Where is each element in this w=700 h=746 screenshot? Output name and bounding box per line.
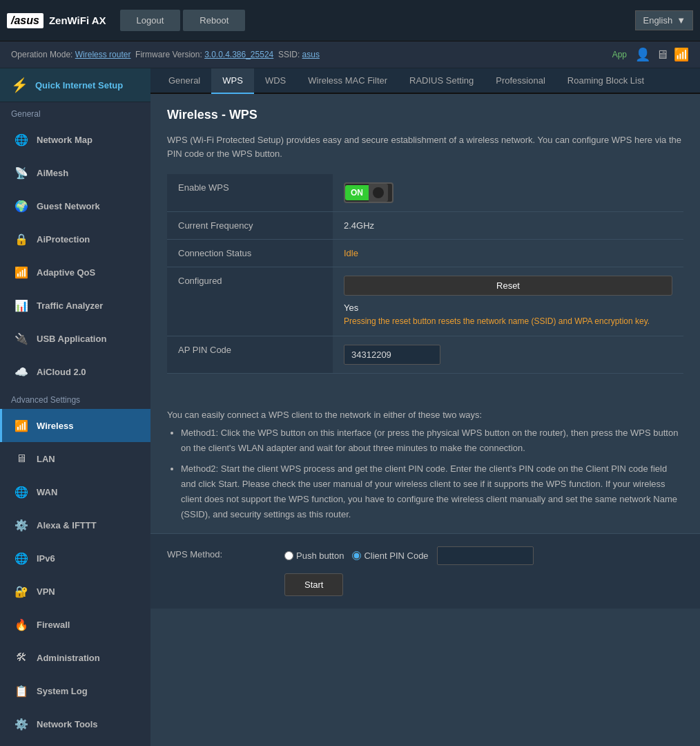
client-pin-label: Client PIN Code bbox=[364, 551, 428, 561]
sidebar-item-network-map[interactable]: 🌐 Network Map bbox=[0, 123, 150, 156]
operation-mode-value[interactable]: Wireless router bbox=[75, 50, 131, 59]
network-tools-icon: ⚙️ bbox=[13, 716, 30, 732]
reboot-button[interactable]: Reboot bbox=[183, 10, 245, 31]
sidebar-item-label: AiMesh bbox=[37, 168, 68, 178]
connection-status-label: Connection Status bbox=[167, 240, 333, 267]
operation-mode-label: Operation Mode: bbox=[11, 50, 72, 59]
sidebar-item-wan[interactable]: 🌐 WAN bbox=[0, 475, 150, 508]
tab-general[interactable]: General bbox=[157, 68, 211, 94]
method1-item: Method1: Click the WPS button on this in… bbox=[181, 425, 683, 456]
statusbar: Operation Mode: Wireless router Firmware… bbox=[0, 41, 700, 68]
sidebar-item-label: Wireless bbox=[37, 421, 73, 431]
sidebar-item-traffic-analyzer[interactable]: 📊 Traffic Analyzer bbox=[0, 289, 150, 322]
sidebar-item-aicloud[interactable]: ☁️ AiCloud 2.0 bbox=[0, 355, 150, 388]
sidebar-item-lan[interactable]: 🖥 LAN bbox=[0, 442, 150, 475]
product-name: ZenWiFi AX bbox=[49, 15, 106, 26]
wps-method-label: WPS Method: bbox=[167, 546, 271, 560]
sidebar-item-label: Alexa & IFTTT bbox=[37, 520, 97, 530]
reset-note: Pressing the reset button resets the net… bbox=[344, 316, 672, 327]
traffic-analyzer-icon: 📊 bbox=[13, 297, 30, 314]
reset-button[interactable]: Reset bbox=[344, 276, 672, 296]
adaptive-qos-icon: 📶 bbox=[13, 264, 30, 280]
settings-table: Enable WPS ON Current Fre bbox=[167, 174, 683, 374]
tab-roaming-block-list[interactable]: Roaming Block List bbox=[556, 68, 655, 94]
sidebar-item-vpn[interactable]: 🔐 VPN bbox=[0, 575, 150, 608]
sidebar-item-label: AiCloud 2.0 bbox=[37, 367, 86, 377]
methods-section: You can easily connect a WPS client to t… bbox=[150, 399, 700, 534]
sidebar-item-ipv6[interactable]: 🌐 IPv6 bbox=[0, 542, 150, 575]
logout-button[interactable]: Logout bbox=[120, 10, 181, 31]
administration-icon: 🛠 bbox=[13, 649, 30, 666]
configured-yes: Yes bbox=[344, 303, 672, 313]
configured-value: Reset Yes Pressing the reset button rese… bbox=[333, 267, 683, 336]
toggle-on-label: ON bbox=[345, 185, 369, 200]
monitor-icon[interactable]: 🖥 bbox=[656, 48, 668, 62]
tab-wireless-mac-filter[interactable]: Wireless MAC Filter bbox=[297, 68, 398, 94]
sidebar: ⚡ Quick Internet Setup General 🌐 Network… bbox=[0, 68, 150, 746]
lan-icon: 🖥 bbox=[13, 450, 30, 467]
general-section-label: General bbox=[0, 102, 150, 123]
sidebar-item-label: Administration bbox=[37, 653, 100, 663]
enable-wps-value: ON bbox=[333, 174, 683, 212]
method2-item: Method2: Start the client WPS process an… bbox=[181, 461, 683, 522]
app-link[interactable]: App bbox=[612, 50, 627, 59]
sidebar-item-label: Network Tools bbox=[37, 719, 98, 729]
client-pin-radio[interactable] bbox=[352, 551, 361, 560]
methods-intro: You can easily connect a WPS client to t… bbox=[167, 410, 683, 420]
sidebar-item-aiprotection[interactable]: 🔒 AiProtection bbox=[0, 222, 150, 256]
current-frequency-value: 2.4GHz bbox=[333, 212, 683, 240]
radio-row: Push button Client PIN Code bbox=[284, 546, 534, 565]
sidebar-item-alexa[interactable]: ⚙️ Alexa & IFTTT bbox=[0, 508, 150, 542]
advanced-section-label: Advanced Settings bbox=[0, 388, 150, 409]
alexa-icon: ⚙️ bbox=[13, 517, 30, 533]
toggle-switch[interactable]: ON bbox=[344, 182, 393, 203]
methods-list: Method1: Click the WPS button on this in… bbox=[181, 425, 683, 523]
push-button-label: Push button bbox=[296, 551, 344, 561]
main-layout: ⚡ Quick Internet Setup General 🌐 Network… bbox=[0, 68, 700, 746]
client-pin-input[interactable] bbox=[437, 546, 534, 565]
wifi-icon[interactable]: 📶 bbox=[674, 47, 689, 62]
client-pin-option[interactable]: Client PIN Code bbox=[352, 551, 428, 561]
firmware-label: Firmware Version: bbox=[135, 50, 202, 59]
sidebar-item-usb-application[interactable]: 🔌 USB Application bbox=[0, 322, 150, 355]
configured-label: Configured bbox=[167, 267, 333, 336]
sidebar-item-network-tools[interactable]: ⚙️ Network Tools bbox=[0, 707, 150, 740]
tab-radius-setting[interactable]: RADIUS Setting bbox=[398, 68, 485, 94]
push-button-option[interactable]: Push button bbox=[284, 551, 344, 561]
quick-internet-setup[interactable]: ⚡ Quick Internet Setup bbox=[0, 68, 150, 102]
tab-wps[interactable]: WPS bbox=[211, 68, 254, 94]
chevron-down-icon: ▼ bbox=[677, 15, 686, 26]
firmware-value[interactable]: 3.0.0.4.386_25524 bbox=[204, 50, 273, 59]
quick-setup-label: Quick Internet Setup bbox=[35, 80, 123, 90]
tab-wds[interactable]: WDS bbox=[254, 68, 297, 94]
topbar: /asus ZenWiFi AX Logout Reboot English ▼ bbox=[0, 0, 700, 41]
quick-setup-icon: ⚡ bbox=[11, 77, 28, 93]
sidebar-item-label: System Log bbox=[37, 686, 88, 696]
wps-toggle[interactable]: ON bbox=[344, 182, 672, 203]
sidebar-item-firewall[interactable]: 🔥 Firewall bbox=[0, 608, 150, 641]
sidebar-item-guest-network[interactable]: 🌍 Guest Network bbox=[0, 189, 150, 222]
aimesh-icon: 📡 bbox=[13, 164, 30, 181]
ap-pin-code-input[interactable] bbox=[344, 345, 440, 365]
wps-method-options: Push button Client PIN Code Start bbox=[284, 546, 534, 596]
user-icon[interactable]: 👤 bbox=[635, 47, 650, 62]
language-select[interactable]: English ▼ bbox=[635, 10, 693, 30]
aiprotection-icon: 🔒 bbox=[13, 231, 30, 247]
push-button-radio[interactable] bbox=[284, 551, 293, 560]
ap-pin-code-value bbox=[333, 336, 683, 373]
ssid-value[interactable]: asus bbox=[302, 50, 320, 59]
sidebar-item-adaptive-qos[interactable]: 📶 Adaptive QoS bbox=[0, 256, 150, 289]
start-button[interactable]: Start bbox=[284, 573, 343, 596]
guest-network-icon: 🌍 bbox=[13, 198, 30, 214]
wps-method-section: WPS Method: Push button Client PIN Code bbox=[150, 533, 700, 609]
ssid-label: SSID: bbox=[278, 50, 300, 59]
sidebar-item-system-log[interactable]: 📋 System Log bbox=[0, 674, 150, 707]
connection-status-row: Connection Status Idle bbox=[167, 240, 683, 267]
configured-row: Configured Reset Yes Pressing the reset … bbox=[167, 267, 683, 336]
vpn-icon: 🔐 bbox=[13, 583, 30, 600]
tab-professional[interactable]: Professional bbox=[485, 68, 556, 94]
sidebar-item-label: Network Map bbox=[37, 135, 93, 145]
sidebar-item-aimesh[interactable]: 📡 AiMesh bbox=[0, 156, 150, 189]
sidebar-item-wireless[interactable]: 📶 Wireless bbox=[0, 409, 150, 442]
sidebar-item-administration[interactable]: 🛠 Administration bbox=[0, 641, 150, 674]
